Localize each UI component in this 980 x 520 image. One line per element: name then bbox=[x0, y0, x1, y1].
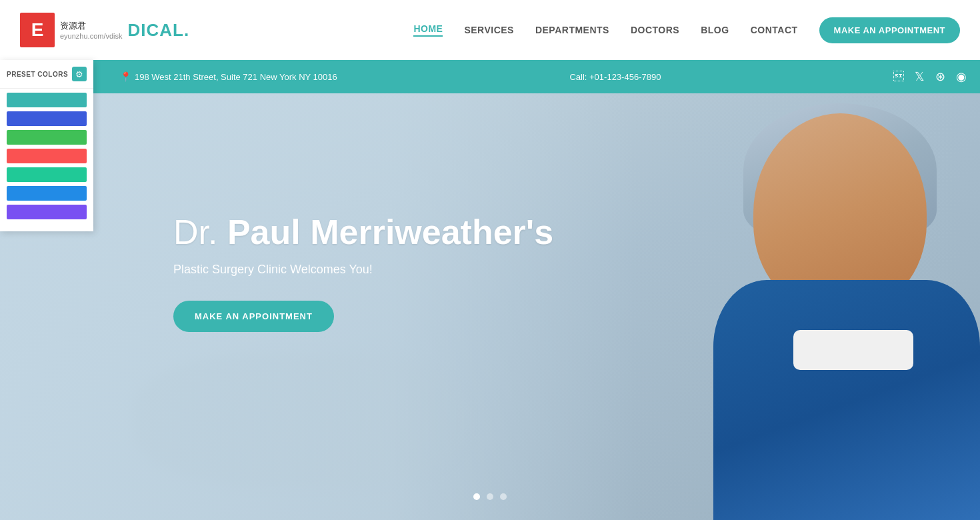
nav-doctors[interactable]: DOCTORS bbox=[631, 25, 679, 35]
logo-letter: E bbox=[31, 19, 44, 41]
info-bar: 📍 198 West 21th Street, Suite 721 New Yo… bbox=[0, 60, 980, 93]
header-appointment-button[interactable]: MAKE AN APPOINTMENT bbox=[819, 17, 960, 43]
dribbble-icon[interactable]: ⊛ bbox=[935, 69, 945, 84]
nav-departments[interactable]: DEPARTMENTS bbox=[535, 25, 609, 35]
color-swatch-cornflower[interactable] bbox=[7, 186, 87, 201]
social-icons:  𝕏 ⊛ ◉ bbox=[893, 69, 967, 84]
logo-sub: eyunzhu.com/vdisk bbox=[60, 32, 123, 40]
slider-dots bbox=[473, 493, 507, 500]
nav-blog[interactable]: BLOG bbox=[701, 25, 729, 35]
doctor-photo bbox=[513, 93, 980, 520]
header: E 资源君 eyunzhu.com/vdisk DICAL. HOME SERV… bbox=[0, 0, 980, 60]
doctor-body bbox=[713, 280, 980, 520]
logo-text: 资源君 eyunzhu.com/vdisk bbox=[60, 20, 123, 40]
color-swatch-red[interactable] bbox=[7, 149, 87, 163]
facebook-icon[interactable]:  bbox=[893, 71, 904, 83]
nav-services[interactable]: SERVICES bbox=[464, 25, 514, 35]
hero-content: Dr. Paul Merriweather's Plastic Surgery … bbox=[173, 212, 553, 332]
slider-dot-1[interactable] bbox=[473, 493, 480, 500]
preset-header: PRESET COLORS ⚙ bbox=[0, 60, 93, 89]
preset-colors-title: PRESET COLORS bbox=[7, 71, 68, 78]
hero-title-prefix: Dr. bbox=[173, 213, 227, 251]
info-phone: Call: +01-123-456-7890 bbox=[569, 72, 661, 82]
hero-subtitle: Plastic Surgery Clinic Welcomes You! bbox=[173, 263, 553, 277]
color-swatch-purple[interactable] bbox=[7, 205, 87, 219]
logo-area: E 资源君 eyunzhu.com/vdisk DICAL. bbox=[20, 13, 189, 47]
info-address: 📍 198 West 21th Street, Suite 721 New Yo… bbox=[120, 71, 337, 82]
slider-dot-2[interactable] bbox=[487, 493, 493, 500]
hero-title-bold: Paul Merriweather's bbox=[227, 213, 553, 251]
nav-contact[interactable]: CONTACT bbox=[751, 25, 798, 35]
slider-dot-3[interactable] bbox=[500, 493, 507, 500]
preset-gear-button[interactable]: ⚙ bbox=[72, 67, 87, 81]
github-icon[interactable]: ◉ bbox=[956, 69, 967, 84]
hero-title: Dr. Paul Merriweather's bbox=[173, 212, 553, 252]
hero-appointment-button[interactable]: MAKE AN APPOINTMENT bbox=[173, 301, 334, 332]
color-swatch-teal[interactable] bbox=[7, 93, 87, 107]
main-nav: HOME SERVICES DEPARTMENTS DOCTORS BLOG C… bbox=[413, 17, 960, 43]
doctor-collar bbox=[793, 330, 913, 370]
location-icon: 📍 bbox=[120, 71, 131, 82]
preset-colors-panel: PRESET COLORS ⚙ bbox=[0, 60, 93, 231]
twitter-icon[interactable]: 𝕏 bbox=[915, 69, 925, 84]
color-swatch-mint[interactable] bbox=[7, 167, 87, 182]
logo-dical: DICAL. bbox=[128, 20, 190, 41]
nav-home[interactable]: HOME bbox=[413, 23, 443, 37]
color-swatch-blue[interactable] bbox=[7, 111, 87, 126]
color-swatch-green[interactable] bbox=[7, 130, 87, 145]
logo-box: E bbox=[20, 13, 55, 47]
logo-cn: 资源君 bbox=[60, 20, 123, 32]
